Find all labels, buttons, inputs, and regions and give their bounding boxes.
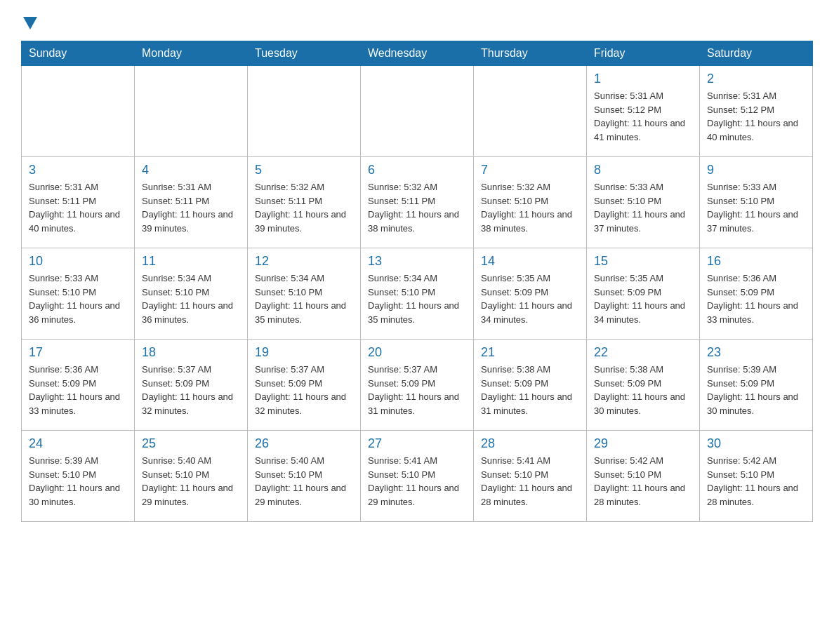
calendar-table: SundayMondayTuesdayWednesdayThursdayFrid…	[21, 41, 813, 522]
day-info: Sunrise: 5:31 AM Sunset: 5:11 PM Dayligh…	[142, 180, 240, 235]
day-number: 15	[594, 254, 692, 269]
calendar-cell: 21Sunrise: 5:38 AM Sunset: 5:09 PM Dayli…	[474, 340, 587, 431]
calendar-day-header: Wednesday	[361, 41, 474, 66]
day-number: 20	[368, 345, 466, 360]
day-number: 3	[29, 163, 127, 177]
day-number: 27	[368, 436, 466, 451]
day-info: Sunrise: 5:40 AM Sunset: 5:10 PM Dayligh…	[142, 454, 240, 509]
day-info: Sunrise: 5:32 AM Sunset: 5:10 PM Dayligh…	[481, 180, 579, 235]
calendar-cell	[361, 66, 474, 157]
day-info: Sunrise: 5:42 AM Sunset: 5:10 PM Dayligh…	[594, 454, 692, 509]
calendar-body: 1Sunrise: 5:31 AM Sunset: 5:12 PM Daylig…	[22, 66, 813, 522]
day-info: Sunrise: 5:31 AM Sunset: 5:12 PM Dayligh…	[594, 89, 692, 144]
day-info: Sunrise: 5:37 AM Sunset: 5:09 PM Dayligh…	[142, 363, 240, 417]
calendar-week-row: 10Sunrise: 5:33 AM Sunset: 5:10 PM Dayli…	[22, 248, 813, 340]
calendar-cell: 8Sunrise: 5:33 AM Sunset: 5:10 PM Daylig…	[587, 157, 700, 248]
calendar-cell: 28Sunrise: 5:41 AM Sunset: 5:10 PM Dayli…	[474, 431, 587, 522]
day-number: 23	[707, 345, 805, 360]
day-number: 24	[29, 436, 127, 451]
day-number: 13	[368, 254, 466, 269]
day-number: 19	[255, 345, 353, 360]
calendar-cell: 17Sunrise: 5:36 AM Sunset: 5:09 PM Dayli…	[22, 340, 135, 431]
day-info: Sunrise: 5:36 AM Sunset: 5:09 PM Dayligh…	[707, 271, 805, 326]
day-number: 5	[255, 163, 353, 177]
day-number: 8	[594, 163, 692, 177]
calendar-cell: 7Sunrise: 5:32 AM Sunset: 5:10 PM Daylig…	[474, 157, 587, 248]
day-number: 18	[142, 345, 240, 360]
day-info: Sunrise: 5:35 AM Sunset: 5:09 PM Dayligh…	[481, 271, 579, 326]
day-info: Sunrise: 5:32 AM Sunset: 5:11 PM Dayligh…	[255, 180, 353, 235]
logo	[21, 14, 37, 29]
calendar-day-header: Monday	[135, 41, 248, 66]
calendar-cell: 14Sunrise: 5:35 AM Sunset: 5:09 PM Dayli…	[474, 248, 587, 340]
calendar-day-header: Thursday	[474, 41, 587, 66]
day-info: Sunrise: 5:38 AM Sunset: 5:09 PM Dayligh…	[594, 363, 692, 417]
calendar-cell: 30Sunrise: 5:42 AM Sunset: 5:10 PM Dayli…	[700, 431, 813, 522]
calendar-cell: 24Sunrise: 5:39 AM Sunset: 5:10 PM Dayli…	[22, 431, 135, 522]
calendar-cell: 2Sunrise: 5:31 AM Sunset: 5:12 PM Daylig…	[700, 66, 813, 157]
day-number: 30	[707, 436, 805, 451]
day-number: 12	[255, 254, 353, 269]
calendar-cell: 18Sunrise: 5:37 AM Sunset: 5:09 PM Dayli…	[135, 340, 248, 431]
logo-triangle-icon	[23, 17, 37, 29]
day-number: 4	[142, 163, 240, 177]
day-info: Sunrise: 5:36 AM Sunset: 5:09 PM Dayligh…	[29, 363, 127, 417]
day-info: Sunrise: 5:42 AM Sunset: 5:10 PM Dayligh…	[707, 454, 805, 509]
day-number: 25	[142, 436, 240, 451]
calendar-cell: 25Sunrise: 5:40 AM Sunset: 5:10 PM Dayli…	[135, 431, 248, 522]
calendar-cell	[22, 66, 135, 157]
day-info: Sunrise: 5:31 AM Sunset: 5:11 PM Dayligh…	[29, 180, 127, 235]
calendar-cell: 3Sunrise: 5:31 AM Sunset: 5:11 PM Daylig…	[22, 157, 135, 248]
day-info: Sunrise: 5:32 AM Sunset: 5:11 PM Dayligh…	[368, 180, 466, 235]
day-number: 26	[255, 436, 353, 451]
calendar-cell: 6Sunrise: 5:32 AM Sunset: 5:11 PM Daylig…	[361, 157, 474, 248]
day-number: 1	[594, 72, 692, 86]
calendar-cell: 5Sunrise: 5:32 AM Sunset: 5:11 PM Daylig…	[248, 157, 361, 248]
day-info: Sunrise: 5:41 AM Sunset: 5:10 PM Dayligh…	[481, 454, 579, 509]
day-info: Sunrise: 5:35 AM Sunset: 5:09 PM Dayligh…	[594, 271, 692, 326]
calendar-cell: 29Sunrise: 5:42 AM Sunset: 5:10 PM Dayli…	[587, 431, 700, 522]
calendar-cell: 9Sunrise: 5:33 AM Sunset: 5:10 PM Daylig…	[700, 157, 813, 248]
day-info: Sunrise: 5:33 AM Sunset: 5:10 PM Dayligh…	[29, 271, 127, 326]
calendar-week-row: 17Sunrise: 5:36 AM Sunset: 5:09 PM Dayli…	[22, 340, 813, 431]
day-number: 7	[481, 163, 579, 177]
day-number: 17	[29, 345, 127, 360]
calendar-cell	[135, 66, 248, 157]
calendar-week-row: 24Sunrise: 5:39 AM Sunset: 5:10 PM Dayli…	[22, 431, 813, 522]
day-info: Sunrise: 5:39 AM Sunset: 5:10 PM Dayligh…	[29, 454, 127, 509]
day-info: Sunrise: 5:33 AM Sunset: 5:10 PM Dayligh…	[707, 180, 805, 235]
calendar-cell: 26Sunrise: 5:40 AM Sunset: 5:10 PM Dayli…	[248, 431, 361, 522]
calendar-week-row: 3Sunrise: 5:31 AM Sunset: 5:11 PM Daylig…	[22, 157, 813, 248]
day-info: Sunrise: 5:34 AM Sunset: 5:10 PM Dayligh…	[255, 271, 353, 326]
calendar-cell	[474, 66, 587, 157]
calendar-cell: 11Sunrise: 5:34 AM Sunset: 5:10 PM Dayli…	[135, 248, 248, 340]
calendar-cell: 12Sunrise: 5:34 AM Sunset: 5:10 PM Dayli…	[248, 248, 361, 340]
day-info: Sunrise: 5:34 AM Sunset: 5:10 PM Dayligh…	[368, 271, 466, 326]
day-number: 29	[594, 436, 692, 451]
day-number: 10	[29, 254, 127, 269]
calendar-cell	[248, 66, 361, 157]
day-info: Sunrise: 5:40 AM Sunset: 5:10 PM Dayligh…	[255, 454, 353, 509]
calendar-cell: 16Sunrise: 5:36 AM Sunset: 5:09 PM Dayli…	[700, 248, 813, 340]
calendar-cell: 15Sunrise: 5:35 AM Sunset: 5:09 PM Dayli…	[587, 248, 700, 340]
day-info: Sunrise: 5:33 AM Sunset: 5:10 PM Dayligh…	[594, 180, 692, 235]
calendar-header-row: SundayMondayTuesdayWednesdayThursdayFrid…	[22, 41, 813, 66]
day-number: 9	[707, 163, 805, 177]
day-info: Sunrise: 5:34 AM Sunset: 5:10 PM Dayligh…	[142, 271, 240, 326]
calendar-day-header: Sunday	[22, 41, 135, 66]
calendar-cell: 4Sunrise: 5:31 AM Sunset: 5:11 PM Daylig…	[135, 157, 248, 248]
day-number: 22	[594, 345, 692, 360]
day-number: 14	[481, 254, 579, 269]
day-number: 2	[707, 72, 805, 86]
calendar-day-header: Friday	[587, 41, 700, 66]
calendar-cell: 22Sunrise: 5:38 AM Sunset: 5:09 PM Dayli…	[587, 340, 700, 431]
day-number: 21	[481, 345, 579, 360]
day-number: 16	[707, 254, 805, 269]
calendar-header: SundayMondayTuesdayWednesdayThursdayFrid…	[22, 41, 813, 66]
calendar-cell: 10Sunrise: 5:33 AM Sunset: 5:10 PM Dayli…	[22, 248, 135, 340]
calendar-cell: 19Sunrise: 5:37 AM Sunset: 5:09 PM Dayli…	[248, 340, 361, 431]
calendar-day-header: Saturday	[700, 41, 813, 66]
page-header	[21, 14, 813, 29]
calendar-cell: 20Sunrise: 5:37 AM Sunset: 5:09 PM Dayli…	[361, 340, 474, 431]
calendar-day-header: Tuesday	[248, 41, 361, 66]
